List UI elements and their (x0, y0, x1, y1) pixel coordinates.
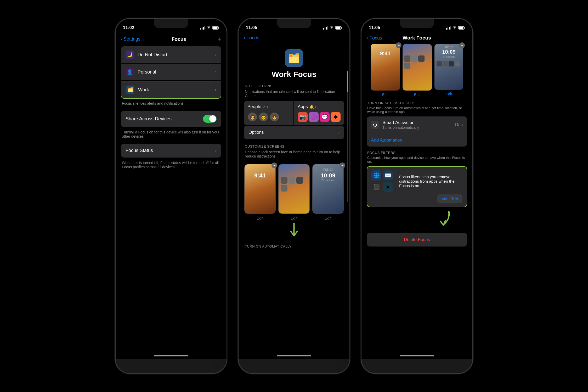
green-arrow-wrap (367, 209, 467, 230)
svg-rect-15 (448, 27, 448, 30)
app-icon-2: 🟣 (309, 112, 319, 122)
focus-status-row[interactable]: Focus Status › (121, 144, 221, 158)
p3-lock-thumb[interactable]: 9:41 (371, 44, 400, 91)
smart-activation-title: Smart Activation (382, 120, 419, 125)
screen-thumb-wrap-3: FEB 23 10:09 74 decibels − Edit (312, 164, 344, 220)
phone1-back-btn[interactable]: ‹ Settings (121, 36, 140, 42)
customize-desc: Choose a lock screen face or home page t… (244, 150, 344, 161)
work-focus-title: Work Focus (244, 70, 344, 79)
svg-rect-8 (325, 27, 325, 30)
personal-icon: 👤 (126, 68, 134, 76)
smart-activation-on: On (455, 122, 460, 127)
phone1-add-btn[interactable]: + (217, 35, 221, 43)
people-apps-row: People ✓ › 👩 👨 👧 Apps 🔔 › (244, 101, 344, 125)
focus-item-personal[interactable]: 👤 Personal › (121, 64, 221, 80)
phone1-back-label: Settings (123, 36, 140, 42)
delete-focus-label: Delete Focus (404, 237, 430, 242)
ff-icon-grid: 🌐 ✉️ ⬛ ➤ (371, 170, 393, 192)
apps-label: Apps (298, 104, 308, 109)
add-automation-btn[interactable]: Add Automation (367, 134, 467, 147)
screens-preview: 9:41 − Edit (244, 164, 344, 220)
delete-focus-row[interactable]: Delete Focus (367, 233, 467, 247)
p3-minus-3[interactable]: − (459, 42, 465, 48)
dnd-icon: 🌙 (126, 51, 134, 59)
phone1-status-bar: 11:02 (116, 19, 227, 33)
edit-1[interactable]: Edit (244, 216, 276, 220)
screen-thumb-3[interactable]: FEB 23 10:09 74 decibels (312, 164, 344, 214)
edit-2[interactable]: Edit (278, 216, 310, 220)
work-icon: 🗂️ (126, 86, 134, 94)
minus-3[interactable]: − (340, 163, 345, 168)
personal-chevron: › (215, 70, 217, 74)
screen-thumb-wrap-1: 9:41 − Edit (244, 164, 276, 220)
lock-screen-thumb[interactable]: 9:41 (244, 164, 276, 214)
smart-activation-subtitle: Turns on automatically (382, 125, 419, 130)
svg-rect-7 (323, 28, 324, 30)
svg-rect-0 (200, 28, 201, 30)
focus-filters-section: FOCUS FILTERS Customize how your apps an… (367, 151, 467, 230)
ff-icon-mail: ✉️ (383, 170, 393, 180)
options-row[interactable]: Options › (244, 126, 344, 139)
battery-icon (212, 26, 219, 30)
check-icon: ✓ › (263, 105, 268, 109)
add-filter-button[interactable]: Add Filter (437, 194, 462, 203)
phone2-nav: ‹ Focus (239, 33, 349, 44)
minus-1[interactable]: − (272, 163, 277, 168)
share-devices-row[interactable]: Share Across Devices (121, 111, 221, 127)
customize-header: CUSTOMIZE SCREENS (244, 144, 344, 150)
dnd-chevron: › (215, 52, 217, 57)
focus-item-work[interactable]: 🗂️ Work › (121, 81, 221, 99)
green-arrow-icon (436, 209, 451, 230)
sa-chevron: › (462, 122, 463, 127)
svg-rect-6 (218, 27, 219, 29)
p3-home-thumb[interactable] (403, 44, 432, 91)
apps-cell[interactable]: Apps 🔔 › 📷 🟣 💬 ✱ (294, 101, 344, 125)
focus-status-desc: When this is turned off, Focus status wi… (121, 159, 221, 171)
p3-screen-3[interactable]: FEB 23 10:09 74 decibels (434, 44, 463, 90)
people-cell[interactable]: People ✓ › 👩 👨 👧 (244, 101, 293, 125)
p3-screen-wrap-1: 9:41 − Edit (371, 44, 400, 97)
signal-icon-3 (446, 26, 451, 30)
focus-desc: Focus silences alerts and notifications. (121, 99, 221, 111)
p3-edit-1[interactable]: Edit (371, 93, 400, 97)
ff-tooltip-text: Focus filters help you remove distractio… (399, 175, 462, 188)
svg-rect-3 (204, 26, 205, 30)
share-desc: Turning a Focus on for this device will … (121, 128, 221, 144)
avatar-1: 👩 (247, 112, 257, 122)
svg-rect-16 (449, 27, 450, 30)
add-filter-btn-wrap: Add Filter (371, 194, 462, 203)
avatar-3: 👧 (269, 112, 279, 122)
p2-scrollbar (347, 71, 348, 202)
phone3-content: 9:41 − Edit (361, 44, 472, 247)
home-screen-thumb[interactable] (278, 164, 310, 214)
phone-2: 11:05 ‹ Focus 🗂️ Wo (238, 18, 350, 374)
edit-3[interactable]: Edit (312, 216, 344, 220)
battery-icon-2 (335, 26, 342, 30)
smart-activation-row[interactable]: ⏻ Smart Activation Turns on automaticall… (367, 116, 467, 133)
p3-edit-2[interactable]: Edit (403, 93, 432, 97)
app-icon-3: 💬 (320, 112, 330, 122)
focus-filters-desc: Customize how your apps and device behav… (367, 156, 467, 166)
turn-on-header: TURN ON AUTOMATICALLY (244, 242, 344, 250)
focus-item-dnd[interactable]: 🌙 Do Not Disturb › (121, 46, 221, 63)
phone2-back-btn[interactable]: ‹ Focus (244, 35, 259, 41)
phone1-status-icons (200, 26, 219, 30)
share-label: Share Across Devices (126, 116, 172, 122)
svg-rect-9 (326, 27, 327, 30)
p3-screen-wrap-3: FEB 23 10:09 74 decibels − Edit (434, 44, 463, 97)
focus-filters-box[interactable]: 🌐 ✉️ ⬛ ➤ Focus filters help you remove d… (367, 166, 467, 207)
phone3-home-indicator (400, 355, 434, 356)
app-icon-4: ✱ (331, 112, 341, 122)
phone2-status-bar: 11:05 (239, 19, 349, 33)
svg-rect-1 (202, 27, 202, 30)
focus-status-label: Focus Status (126, 148, 153, 153)
options-chevron: › (338, 130, 340, 135)
p3-minus-1[interactable]: − (396, 42, 402, 48)
share-toggle[interactable] (203, 115, 217, 123)
phone3-back-btn[interactable]: ‹ Focus (367, 35, 382, 41)
p3-edit-3[interactable]: Edit (434, 92, 463, 96)
phone2-time: 11:05 (246, 25, 257, 30)
ff-icon-calendar: ⬛ (371, 182, 381, 192)
turn-on-title: TURN ON AUTOMATICALLY (367, 101, 467, 106)
phone2-content: 🗂️ Work Focus NOTIFICATIONS Notification… (239, 44, 349, 250)
